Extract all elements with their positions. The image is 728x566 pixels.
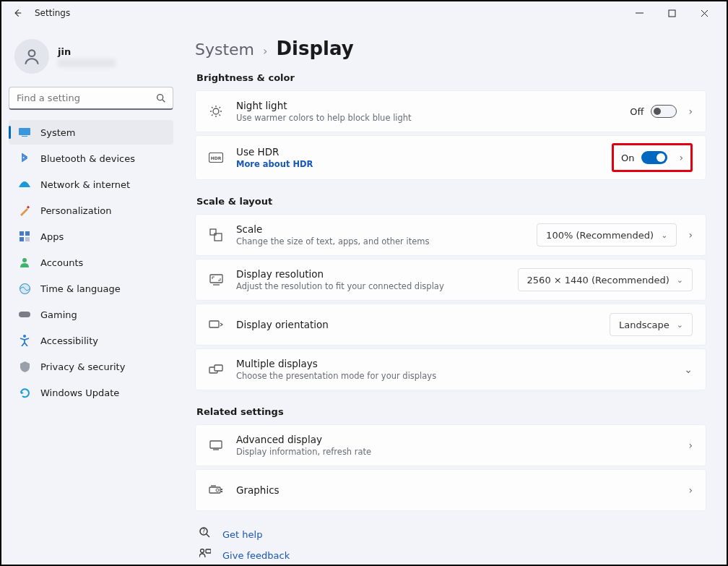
help-icon: ? <box>199 527 212 541</box>
chevron-right-icon[interactable]: › <box>688 106 693 117</box>
night-light-row[interactable]: Night light Use warmer colors to help bl… <box>195 90 706 132</box>
svg-rect-10 <box>20 231 24 236</box>
chevron-right-icon[interactable]: › <box>688 484 693 496</box>
sidebar-item-gaming[interactable]: Gaming <box>9 302 173 327</box>
sidebar-item-label: Personalization <box>40 205 112 216</box>
svg-rect-9 <box>27 206 30 209</box>
hdr-icon: HDR <box>209 150 223 165</box>
resolution-row[interactable]: Display resolution Adjust the resolution… <box>195 259 706 301</box>
svg-rect-46 <box>221 491 222 492</box>
back-button[interactable] <box>7 3 27 23</box>
personalization-icon <box>19 205 30 216</box>
chevron-right-icon[interactable]: › <box>679 152 683 163</box>
close-button[interactable] <box>688 3 721 23</box>
search-input-container[interactable] <box>9 87 173 110</box>
svg-rect-7 <box>19 128 30 135</box>
orientation-title: Display orientation <box>236 319 610 330</box>
sidebar-item-label: Windows Update <box>40 387 119 398</box>
time-icon <box>19 283 30 294</box>
sidebar-item-accounts[interactable]: Accounts <box>9 250 173 275</box>
multi-subtitle: Choose the presentation mode for your di… <box>236 371 672 381</box>
svg-point-19 <box>213 108 219 114</box>
scale-select[interactable]: 100% (Recommended) ⌄ <box>537 223 677 246</box>
sidebar-item-bluetooth[interactable]: Bluetooth & devices <box>9 146 173 171</box>
maximize-button[interactable] <box>656 3 688 23</box>
scale-icon <box>209 228 223 242</box>
hdr-title: Use HDR <box>236 146 606 158</box>
scale-subtitle: Change the size of text, apps, and other… <box>236 236 537 246</box>
svg-rect-40 <box>214 365 222 371</box>
chevron-right-icon: › <box>263 44 267 58</box>
multiple-displays-row[interactable]: Multiple displays Choose the presentatio… <box>195 348 706 390</box>
give-feedback-link[interactable]: Give feedback <box>199 549 706 562</box>
sidebar-item-system[interactable]: System <box>9 120 173 145</box>
window-title: Settings <box>35 8 70 18</box>
network-icon <box>19 179 30 190</box>
sidebar-item-label: Apps <box>40 231 64 242</box>
use-hdr-row[interactable]: HDR Use HDR More about HDR On › <box>195 135 706 180</box>
night-light-icon <box>209 104 223 119</box>
sidebar-item-time[interactable]: Time & language <box>9 276 173 301</box>
search-input[interactable] <box>17 93 155 103</box>
apps-icon <box>19 231 30 242</box>
chevron-right-icon[interactable]: › <box>688 229 693 241</box>
svg-line-26 <box>212 115 213 116</box>
user-profile[interactable]: jin <box>9 32 173 87</box>
sidebar-item-privacy[interactable]: Privacy & security <box>9 354 173 379</box>
night-light-title: Night light <box>236 100 630 111</box>
svg-rect-17 <box>19 312 30 317</box>
chevron-down-icon[interactable]: ⌄ <box>684 364 693 375</box>
svg-line-6 <box>162 100 165 102</box>
hdr-toggle[interactable] <box>641 151 667 164</box>
orientation-row[interactable]: Display orientation Landscape ⌄ <box>195 304 706 346</box>
accounts-icon <box>19 257 30 268</box>
hdr-link[interactable]: More about HDR <box>236 159 606 169</box>
sidebar-item-network[interactable]: Network & internet <box>9 172 173 197</box>
privacy-icon <box>19 361 30 372</box>
sidebar-item-label: Network & internet <box>40 179 130 190</box>
resolution-icon <box>209 273 223 287</box>
resolution-subtitle: Adjust the resolution to fit your connec… <box>236 281 518 291</box>
chevron-down-icon: ⌄ <box>661 231 667 240</box>
scale-row[interactable]: Scale Change the size of text, apps, and… <box>195 214 706 256</box>
advanced-display-row[interactable]: Advanced display Display information, re… <box>195 424 706 466</box>
section-brightness-label: Brightness & color <box>196 72 706 83</box>
svg-text:HDR: HDR <box>211 155 222 160</box>
graphics-row[interactable]: Graphics › <box>195 469 706 511</box>
user-name: jin <box>58 46 116 57</box>
multi-title: Multiple displays <box>236 358 672 369</box>
breadcrumb-parent[interactable]: System <box>195 40 254 59</box>
section-scale-label: Scale & layout <box>196 196 706 207</box>
chevron-down-icon: ⌄ <box>677 275 683 285</box>
get-help-link[interactable]: ? Get help <box>199 527 706 541</box>
svg-point-18 <box>23 335 26 338</box>
breadcrumb: System › Display <box>195 38 706 59</box>
svg-point-51 <box>201 549 204 553</box>
system-icon <box>19 127 30 138</box>
graphics-title: Graphics <box>236 484 677 496</box>
minimize-button[interactable] <box>623 3 656 23</box>
advanced-display-icon <box>209 438 223 453</box>
orientation-select[interactable]: Landscape ⌄ <box>610 313 693 336</box>
search-icon <box>155 93 167 104</box>
sidebar-item-personalization[interactable]: Personalization <box>9 198 173 223</box>
sidebar-item-accessibility[interactable]: Accessibility <box>9 328 173 353</box>
hdr-toggle-label: On <box>621 153 634 163</box>
scale-title: Scale <box>236 223 537 235</box>
page-title: Display <box>276 38 353 59</box>
svg-line-24 <box>212 107 213 108</box>
sidebar-item-update[interactable]: Windows Update <box>9 380 173 405</box>
sidebar-item-apps[interactable]: Apps <box>9 224 173 249</box>
svg-rect-12 <box>20 237 24 241</box>
night-light-toggle[interactable] <box>651 105 677 118</box>
svg-line-50 <box>207 534 209 537</box>
sidebar-item-label: Bluetooth & devices <box>40 153 135 164</box>
feedback-icon <box>199 549 212 562</box>
chevron-down-icon: ⌄ <box>677 320 683 330</box>
resolution-select[interactable]: 2560 × 1440 (Recommended) ⌄ <box>518 268 693 291</box>
svg-point-4 <box>29 50 35 56</box>
svg-rect-1 <box>669 10 675 17</box>
chevron-right-icon[interactable]: › <box>688 439 693 451</box>
graphics-icon <box>209 483 223 497</box>
svg-point-44 <box>216 489 219 492</box>
